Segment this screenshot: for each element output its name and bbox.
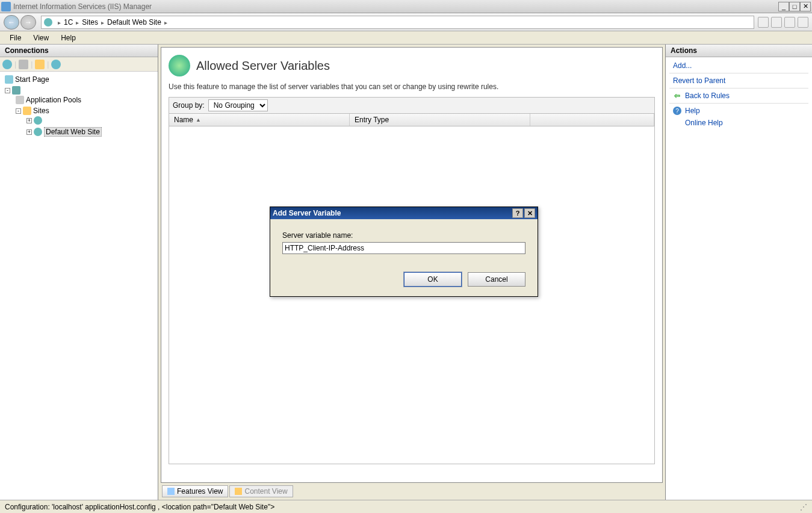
- ok-button[interactable]: OK: [404, 272, 462, 287]
- group-by-select[interactable]: No Grouping: [208, 99, 268, 111]
- breadcrumb[interactable]: 1C Sites Default Web Site: [41, 16, 754, 29]
- connections-tree: Start Page - Application Pools -Sites + …: [0, 72, 158, 143]
- feature-icon: [169, 55, 190, 76]
- tree-label: Sites: [33, 107, 49, 115]
- maximize-button[interactable]: □: [789, 2, 800, 11]
- actions-header: Actions: [666, 45, 812, 57]
- help-dropdown-icon[interactable]: [798, 17, 808, 28]
- tab-label: Features View: [177, 487, 223, 496]
- server-variable-name-input[interactable]: [282, 242, 525, 254]
- column-entry-type[interactable]: Entry Type: [350, 114, 530, 126]
- actions-panel: Actions Add... Revert to Parent ⇦Back to…: [665, 45, 812, 500]
- action-label: Back to Rules: [685, 92, 730, 100]
- globe-icon: [34, 116, 42, 125]
- menubar: File View Help: [0, 31, 812, 45]
- action-online-help[interactable]: Online Help: [666, 117, 812, 129]
- tree-app-pools[interactable]: Application Pools: [16, 96, 155, 104]
- globe-icon: [34, 128, 42, 136]
- column-spacer: [530, 114, 654, 126]
- connections-panel: Connections | | | Start Page - Applicati…: [0, 45, 158, 500]
- dialog-titlebar[interactable]: Add Server Variable ? ✕: [270, 207, 538, 219]
- expand-icon[interactable]: +: [26, 118, 32, 123]
- sort-asc-icon: ▲: [196, 117, 201, 123]
- cancel-button[interactable]: Cancel: [468, 272, 525, 287]
- dialog-help-button[interactable]: ?: [512, 208, 523, 218]
- tree-server[interactable]: -: [5, 86, 155, 95]
- folder-icon: [23, 107, 31, 115]
- tree-start-page[interactable]: Start Page: [5, 75, 155, 84]
- action-back-to-rules[interactable]: ⇦Back to Rules: [666, 90, 812, 102]
- menu-file[interactable]: File: [4, 33, 27, 43]
- server-variable-name-label: Server variable name:: [282, 231, 525, 240]
- connect-icon[interactable]: [2, 60, 12, 69]
- window-title: Internet Information Services (IIS) Mana…: [13, 2, 778, 11]
- tree-label: Default Web Site: [44, 127, 102, 137]
- dialog-title: Add Server Variable: [273, 209, 341, 217]
- home-icon[interactable]: [784, 17, 795, 28]
- menu-help[interactable]: Help: [55, 33, 82, 43]
- start-page-icon: [5, 75, 13, 84]
- features-view-icon: [167, 488, 175, 495]
- tree-default-web-site[interactable]: +Default Web Site: [26, 127, 155, 137]
- connections-header: Connections: [0, 45, 158, 57]
- back-arrow-icon: ⇦: [673, 92, 681, 100]
- action-label: Revert to Parent: [673, 76, 725, 85]
- stop-icon[interactable]: [771, 17, 782, 28]
- dialog-close-button[interactable]: ✕: [524, 208, 535, 218]
- status-bar: Configuration: 'localhost' applicationHo…: [0, 500, 812, 513]
- page-title: Allowed Server Variables: [196, 59, 330, 73]
- tab-content-view[interactable]: Content View: [229, 485, 293, 497]
- app-icon: [1, 2, 11, 11]
- breadcrumb-item[interactable]: 1C: [64, 18, 73, 26]
- column-label: Entry Type: [355, 116, 389, 124]
- spacer-icon: [673, 119, 681, 127]
- window-titlebar: Internet Information Services (IIS) Mana…: [0, 0, 812, 13]
- collapse-icon[interactable]: -: [16, 108, 21, 114]
- tab-features-view[interactable]: Features View: [162, 485, 228, 497]
- status-grip-icon: ⋰: [800, 503, 807, 511]
- tree-label: Start Page: [15, 75, 49, 84]
- action-revert[interactable]: Revert to Parent: [666, 75, 812, 87]
- breadcrumb-item[interactable]: Default Web Site: [107, 18, 161, 26]
- collapse-icon[interactable]: -: [5, 88, 10, 93]
- action-help[interactable]: ?Help: [666, 105, 812, 117]
- content-view-icon: [235, 488, 242, 495]
- tab-label: Content View: [244, 487, 287, 496]
- status-text: Configuration: 'localhost' applicationHo…: [5, 503, 274, 511]
- folder-icon[interactable]: [35, 60, 45, 69]
- action-label: Online Help: [685, 119, 723, 127]
- tree-sites[interactable]: -Sites: [16, 107, 155, 115]
- help-icon: ?: [673, 107, 681, 115]
- menu-view[interactable]: View: [27, 33, 55, 43]
- globe-icon: [44, 18, 52, 26]
- action-label: Help: [685, 107, 700, 115]
- save-icon[interactable]: [19, 60, 28, 69]
- action-add[interactable]: Add...: [666, 60, 812, 72]
- nav-row: ← → 1C Sites Default Web Site: [0, 13, 812, 31]
- connections-toolbar: | | |: [0, 57, 158, 72]
- breadcrumb-item[interactable]: Sites: [82, 18, 98, 26]
- nav-forward-button[interactable]: →: [20, 15, 36, 30]
- group-by-bar: Group by: No Grouping: [169, 97, 655, 114]
- group-by-label: Group by:: [173, 101, 205, 110]
- nav-back-button[interactable]: ←: [4, 15, 19, 30]
- tree-site[interactable]: +: [26, 116, 155, 125]
- minimize-button[interactable]: _: [778, 2, 789, 11]
- apppool-icon: [16, 96, 24, 104]
- column-name[interactable]: Name▲: [169, 114, 350, 126]
- tree-label: Application Pools: [26, 96, 81, 104]
- server-icon: [12, 86, 20, 95]
- page-description: Use this feature to manage the list of s…: [169, 82, 655, 91]
- refresh-icon[interactable]: [758, 17, 769, 28]
- action-label: Add...: [673, 61, 692, 70]
- add-server-variable-dialog: Add Server Variable ? ✕ Server variable …: [270, 207, 538, 297]
- refresh-tree-icon[interactable]: [51, 60, 61, 69]
- expand-icon[interactable]: +: [26, 129, 32, 135]
- column-label: Name: [174, 116, 193, 124]
- close-button[interactable]: ✕: [800, 2, 811, 11]
